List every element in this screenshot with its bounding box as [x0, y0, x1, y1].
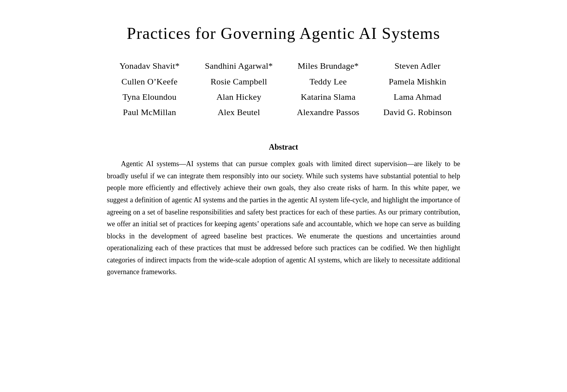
abstract-text: Agentic AI systems—AI systems that can p…: [107, 158, 460, 278]
author-sandhini-agarwal: Sandhini Agarwal*: [196, 59, 282, 73]
abstract-title: Abstract: [107, 143, 460, 152]
paper-title: Practices for Governing Agentic AI Syste…: [107, 24, 460, 43]
author-katarina-slama: Katarina Slama: [285, 90, 371, 104]
author-alex-beutel: Alex Beutel: [196, 105, 282, 119]
author-pamela-mishkin: Pamela Mishkin: [375, 75, 461, 88]
author-alexandre-passos: Alexandre Passos: [285, 105, 371, 119]
author-yonadav-shavit: Yonadav Shavit*: [107, 59, 192, 73]
author-lama-ahmad: Lama Ahmad: [375, 90, 461, 104]
author-david-robinson: David G. Robinson: [375, 105, 461, 119]
author-tyna-eloundou: Tyna Eloundou: [107, 90, 192, 104]
author-cullen-okeefe: Cullen O’Keefe: [107, 75, 192, 88]
author-teddy-lee: Teddy Lee: [285, 75, 371, 88]
author-rosie-campbell: Rosie Campbell: [196, 75, 282, 88]
author-alan-hickey: Alan Hickey: [196, 90, 282, 104]
authors-section: Yonadav Shavit* Sandhini Agarwal* Miles …: [107, 59, 460, 119]
author-miles-brundage: Miles Brundage*: [285, 59, 371, 73]
authors-grid: Yonadav Shavit* Sandhini Agarwal* Miles …: [107, 59, 460, 119]
author-paul-mcmillan: Paul McMillan: [107, 105, 192, 119]
abstract-section: Abstract Agentic AI systems—AI systems t…: [107, 143, 460, 278]
title-section: Practices for Governing Agentic AI Syste…: [107, 24, 460, 43]
paper-container: Practices for Governing Agentic AI Syste…: [107, 24, 460, 278]
author-steven-adler: Steven Adler: [375, 59, 461, 73]
